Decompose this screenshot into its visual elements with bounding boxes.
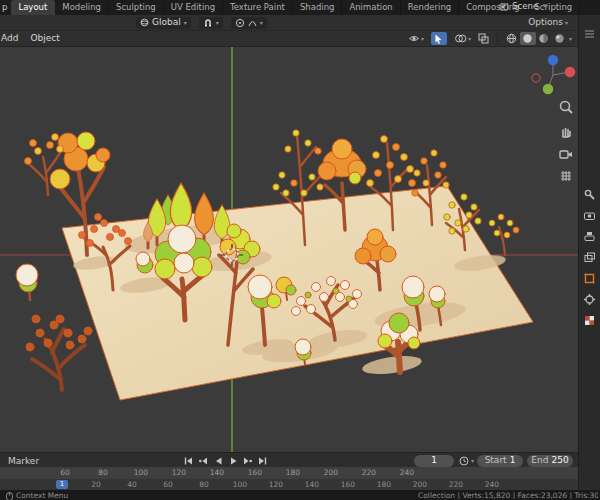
ground-plane[interactable] <box>62 186 533 400</box>
scene-unlink-icon[interactable]: ✕ <box>541 3 548 10</box>
overlays-dropdown[interactable]: ▾ <box>454 33 471 44</box>
chevron-down-icon: ▾ <box>184 20 187 26</box>
xray-toggle[interactable] <box>478 33 489 44</box>
rendered-shading-button[interactable] <box>552 32 568 45</box>
timeline-header: Marker 1 <box>0 452 578 468</box>
topbar: p Layout Modeling Sculpting UV Editing T… <box>0 0 600 15</box>
status-hint: Context Menu <box>16 492 68 500</box>
visibility-dropdown[interactable]: ▾ <box>408 33 424 44</box>
viewport-header-row2: Add Object ▾ ▾ <box>0 31 578 47</box>
tool-tab-icon[interactable] <box>583 188 596 201</box>
rendered-sphere-icon <box>554 33 565 44</box>
prev-keyframe-button[interactable] <box>197 455 208 466</box>
playhead[interactable]: 1 <box>56 480 68 489</box>
blender-window: p Layout Modeling Sculpting UV Editing T… <box>0 0 600 500</box>
playback-sync-dropdown[interactable]: ▾ <box>459 456 474 466</box>
playback-controls <box>182 455 268 466</box>
chevron-down-icon: ▾ <box>565 20 568 26</box>
overlays-icon <box>454 33 467 44</box>
nav-orbit-gizmo[interactable] <box>532 55 575 94</box>
chevron-down-icon: ▾ <box>471 458 474 464</box>
cursor-arrow-icon <box>434 34 443 44</box>
tab-uv-editing[interactable]: UV Editing <box>164 0 223 15</box>
zoom-button[interactable] <box>558 99 576 117</box>
chevron-down-icon: ▾ <box>260 20 263 26</box>
modifier-tab-icon[interactable] <box>583 293 596 306</box>
texture-tab-icon[interactable] <box>583 314 596 327</box>
falloff-curve-icon <box>248 19 257 27</box>
viewport-scene <box>0 47 578 452</box>
tab-modeling[interactable]: Modeling <box>55 0 109 15</box>
chevron-down-icon: ▾ <box>421 36 424 42</box>
object-menu[interactable]: Object <box>24 34 65 43</box>
proportional-editing-dropdown[interactable]: ▾ <box>231 17 267 29</box>
frame-start-field[interactable]: Start 1 <box>477 455 523 467</box>
chevron-down-icon: ▾ <box>569 36 572 42</box>
timeline-ruler[interactable]: 020406080100120140160180200220240 1 <box>0 479 578 490</box>
scene-statistics: Collection | Verts:15,820 | Faces:23,026… <box>418 492 598 500</box>
mouse-icon <box>6 492 13 500</box>
current-frame-field[interactable]: 1 <box>414 455 454 467</box>
material-shading-button[interactable] <box>536 32 552 45</box>
wireframe-shading-button[interactable] <box>504 32 520 45</box>
tab-texture-paint[interactable]: Texture Paint <box>223 0 293 15</box>
scene-icon <box>499 2 509 12</box>
tree[interactable] <box>26 315 92 390</box>
dopesheet-ruler[interactable]: 6080100120140160180200220240 <box>0 467 578 479</box>
play-reverse-button[interactable] <box>212 455 223 466</box>
solid-sphere-icon <box>522 33 533 44</box>
proportional-circle-icon <box>235 18 245 28</box>
render-tab-icon[interactable] <box>583 209 596 222</box>
tab-shading[interactable]: Shading <box>293 0 343 15</box>
material-sphere-icon <box>538 33 549 44</box>
status-bar: Context Menu Collection | Verts:15,820 |… <box>0 490 600 500</box>
chevron-down-icon: ▾ <box>216 20 219 26</box>
chevron-down-icon: ▾ <box>468 36 471 42</box>
gizmo-x-axis-neg[interactable] <box>532 74 540 82</box>
output-tab-icon[interactable] <box>583 230 596 243</box>
next-keyframe-button[interactable] <box>242 455 253 466</box>
properties-tab-strip <box>578 15 600 490</box>
jump-to-end-button[interactable] <box>257 455 268 466</box>
editor-type-icon[interactable] <box>583 27 596 40</box>
clock-icon <box>459 456 469 466</box>
solid-shading-button[interactable] <box>520 32 536 45</box>
tab-animation[interactable]: Animation <box>342 0 400 15</box>
eye-icon <box>408 33 420 44</box>
tree[interactable] <box>16 264 38 300</box>
tab-layout[interactable]: Layout <box>11 0 55 15</box>
tree[interactable] <box>489 214 519 255</box>
wireframe-sphere-icon <box>506 33 517 44</box>
gizmo-x-axis[interactable] <box>565 67 575 77</box>
transform-orientation-dropdown[interactable]: Global ▾ <box>136 17 191 29</box>
camera-view-button[interactable] <box>558 146 576 164</box>
gizmo-z-axis[interactable] <box>548 55 558 65</box>
options-dropdown[interactable]: Options ▾ <box>528 18 568 27</box>
tab-rendering[interactable]: Rendering <box>401 0 459 15</box>
select-tool-toggle[interactable] <box>431 32 447 45</box>
add-menu[interactable]: Add <box>0 34 24 43</box>
jump-to-start-button[interactable] <box>182 455 193 466</box>
frame-end-field[interactable]: End 250 <box>527 455 573 467</box>
viewport-header-row1: Global ▾ ▾ ▾ Options ▾ <box>0 15 578 31</box>
help-menu-partial[interactable]: p <box>0 0 11 15</box>
tab-sculpting[interactable]: Sculpting <box>109 0 164 15</box>
gizmo-y-axis[interactable] <box>543 84 553 94</box>
object-tab-icon[interactable] <box>583 272 596 285</box>
play-button[interactable] <box>227 455 238 466</box>
pan-hand-button[interactable] <box>558 123 576 141</box>
xray-icon <box>478 33 489 44</box>
snap-dropdown[interactable]: ▾ <box>199 17 223 29</box>
view-layer-tab-icon[interactable] <box>583 251 596 264</box>
magnet-icon <box>203 18 213 28</box>
toggle-ortho-button[interactable] <box>558 168 576 186</box>
scene-selector[interactable]: Scene ✕ <box>499 2 548 12</box>
3d-viewport[interactable] <box>0 47 578 452</box>
orientation-globe-icon <box>140 18 149 27</box>
marker-menu[interactable]: Marker <box>8 457 39 466</box>
